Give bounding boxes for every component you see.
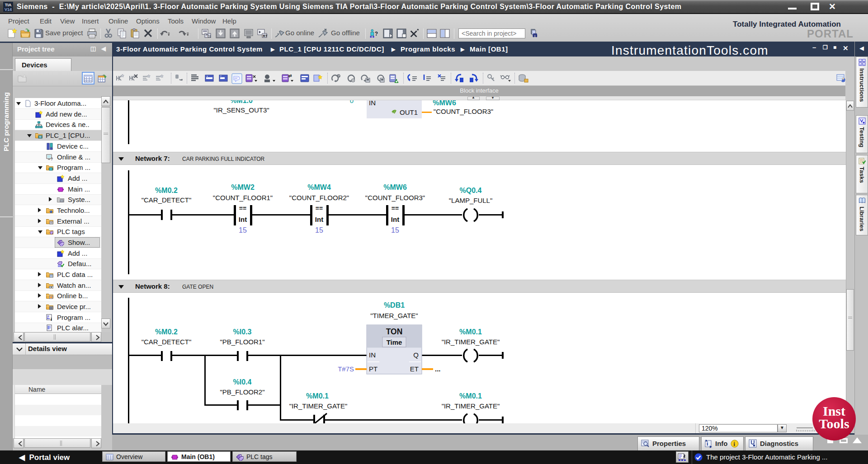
svg-text:"IR_SENS_OUT3": "IR_SENS_OUT3": [213, 106, 269, 114]
svg-text:"CAR_DETECT": "CAR_DETECT": [142, 338, 192, 346]
svg-text:TON: TON: [386, 327, 403, 336]
svg-text:"IR_TIMER_GATE": "IR_TIMER_GATE": [442, 402, 500, 410]
svg-text:"LAMP_FULL": "LAMP_FULL": [449, 197, 493, 204]
svg-text:%DB1: %DB1: [384, 301, 405, 309]
svg-text:Int: Int: [391, 216, 399, 223]
svg-text:"COUNT_FLOOR3": "COUNT_FLOOR3": [365, 194, 425, 202]
svg-text:==: ==: [316, 205, 323, 212]
svg-text:15: 15: [315, 226, 323, 234]
svg-text:PT: PT: [369, 365, 377, 373]
svg-text:?: ?: [375, 31, 378, 37]
svg-text:0: 0: [350, 100, 354, 104]
svg-text:%M0.1: %M0.1: [459, 392, 482, 400]
svg-text:"COUNT_FLOOR3": "COUNT_FLOOR3": [434, 108, 493, 115]
svg-text:"IR_TIMER_GATE": "IR_TIMER_GATE": [442, 338, 500, 346]
svg-text:T#7S: T#7S: [338, 365, 354, 373]
svg-text:%MW2: %MW2: [231, 183, 255, 191]
svg-text:%M0.1: %M0.1: [459, 328, 482, 336]
svg-text:01: 01: [208, 35, 211, 38]
svg-text:"COUNT_FLOOR1": "COUNT_FLOOR1": [213, 194, 273, 202]
svg-text:%MW6: %MW6: [433, 100, 456, 107]
svg-text:RT: RT: [263, 34, 268, 38]
svg-text:%M0.2: %M0.2: [155, 187, 178, 194]
svg-text:%Q0.4: %Q0.4: [460, 187, 482, 194]
svg-text:ET: ET: [410, 365, 419, 373]
svg-text:%M1.0: %M1.0: [230, 100, 253, 104]
svg-text:15: 15: [239, 226, 247, 234]
svg-text:Int: Int: [239, 216, 247, 223]
svg-text:...: ...: [435, 365, 441, 373]
svg-text:%MW6: %MW6: [383, 183, 407, 191]
svg-text:Int: Int: [315, 216, 323, 223]
svg-text:==: ==: [392, 205, 399, 212]
svg-text:IN: IN: [369, 100, 376, 107]
svg-text:OUT1: OUT1: [400, 108, 418, 116]
svg-text:Q: Q: [413, 351, 419, 359]
svg-text:%M0.1: %M0.1: [306, 392, 329, 400]
svg-text:"CAR_DETECT": "CAR_DETECT": [142, 196, 192, 204]
svg-text:%I0.4: %I0.4: [233, 378, 252, 386]
svg-text:%I0.3: %I0.3: [233, 328, 252, 336]
svg-text:%MW4: %MW4: [307, 183, 331, 191]
svg-text:Time: Time: [387, 338, 402, 346]
svg-text:15: 15: [391, 226, 399, 234]
svg-text:"TIMER_GATE": "TIMER_GATE": [370, 312, 418, 319]
svg-text:%M0.2: %M0.2: [155, 328, 178, 336]
svg-text:⇄: ⇄: [288, 74, 292, 78]
svg-text:"COUNT_FLOOR2": "COUNT_FLOOR2": [289, 194, 349, 202]
svg-text:"PB_FLOOR2": "PB_FLOOR2": [220, 388, 264, 396]
svg-text:"PB_FLOOR1": "PB_FLOOR1": [220, 338, 264, 346]
svg-text:==: ==: [239, 205, 246, 212]
svg-text:IN: IN: [369, 351, 376, 359]
svg-text:"IR_TIMER_GATE": "IR_TIMER_GATE": [289, 402, 348, 410]
